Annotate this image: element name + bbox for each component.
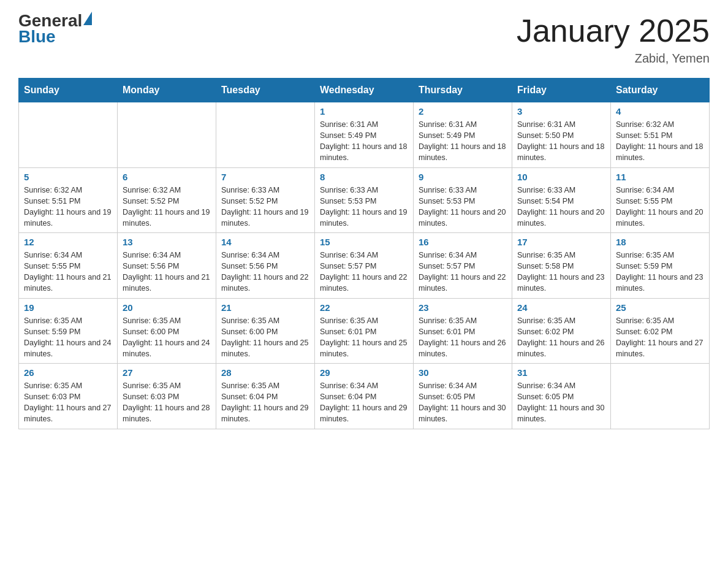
calendar-cell: 7Sunrise: 6:33 AMSunset: 5:52 PMDaylight…	[216, 167, 315, 233]
day-number: 29	[320, 367, 408, 378]
day-info: Sunrise: 6:35 AMSunset: 6:00 PMDaylight:…	[221, 315, 309, 360]
calendar-cell: 10Sunrise: 6:33 AMSunset: 5:54 PMDayligh…	[512, 167, 611, 233]
day-info: Sunrise: 6:34 AMSunset: 5:55 PMDaylight:…	[616, 185, 704, 229]
day-info: Sunrise: 6:35 AMSunset: 5:59 PMDaylight:…	[24, 315, 112, 360]
day-number: 30	[419, 367, 507, 378]
column-header-sunday: Sunday	[19, 79, 118, 102]
day-number: 5	[24, 172, 112, 182]
day-number: 21	[221, 302, 309, 313]
day-info: Sunrise: 6:34 AMSunset: 5:55 PMDaylight:…	[24, 250, 112, 294]
day-number: 11	[616, 172, 704, 182]
day-number: 8	[320, 172, 408, 182]
calendar-cell: 20Sunrise: 6:35 AMSunset: 6:00 PMDayligh…	[118, 298, 216, 364]
calendar-cell: 11Sunrise: 6:34 AMSunset: 5:55 PMDayligh…	[611, 167, 710, 233]
day-number: 10	[517, 172, 605, 182]
logo-triangle-icon	[83, 12, 92, 25]
week-row-5: 26Sunrise: 6:35 AMSunset: 6:03 PMDayligh…	[19, 364, 710, 429]
day-info: Sunrise: 6:35 AMSunset: 5:59 PMDaylight:…	[616, 250, 704, 294]
day-info: Sunrise: 6:34 AMSunset: 6:05 PMDaylight:…	[517, 380, 605, 425]
day-number: 26	[24, 367, 112, 378]
calendar-cell	[611, 364, 710, 429]
calendar-cell: 26Sunrise: 6:35 AMSunset: 6:03 PMDayligh…	[19, 364, 118, 429]
day-number: 19	[24, 302, 112, 313]
day-number: 3	[517, 106, 605, 117]
day-number: 17	[517, 237, 605, 247]
day-number: 22	[320, 302, 408, 313]
column-header-saturday: Saturday	[611, 79, 710, 102]
day-info: Sunrise: 6:33 AMSunset: 5:53 PMDaylight:…	[419, 185, 507, 229]
day-number: 9	[419, 172, 507, 182]
calendar-cell: 30Sunrise: 6:34 AMSunset: 6:05 PMDayligh…	[414, 364, 512, 429]
day-info: Sunrise: 6:35 AMSunset: 6:02 PMDaylight:…	[517, 315, 605, 360]
day-info: Sunrise: 6:35 AMSunset: 6:03 PMDaylight:…	[123, 380, 211, 425]
calendar-body: 1Sunrise: 6:31 AMSunset: 5:49 PMDaylight…	[19, 102, 710, 429]
calendar-cell: 24Sunrise: 6:35 AMSunset: 6:02 PMDayligh…	[512, 298, 611, 364]
day-info: Sunrise: 6:35 AMSunset: 6:03 PMDaylight:…	[24, 380, 112, 425]
calendar-cell: 8Sunrise: 6:33 AMSunset: 5:53 PMDaylight…	[315, 167, 414, 233]
day-info: Sunrise: 6:34 AMSunset: 5:56 PMDaylight:…	[221, 250, 309, 294]
day-number: 27	[123, 367, 211, 378]
day-info: Sunrise: 6:31 AMSunset: 5:50 PMDaylight:…	[517, 119, 605, 164]
logo-blue-text: Blue	[18, 28, 92, 45]
calendar-table: SundayMondayTuesdayWednesdayThursdayFrid…	[18, 78, 710, 429]
calendar-cell: 22Sunrise: 6:35 AMSunset: 6:01 PMDayligh…	[315, 298, 414, 364]
calendar-cell: 3Sunrise: 6:31 AMSunset: 5:50 PMDaylight…	[512, 102, 611, 168]
day-info: Sunrise: 6:32 AMSunset: 5:51 PMDaylight:…	[24, 185, 112, 229]
day-number: 6	[123, 172, 211, 182]
day-info: Sunrise: 6:35 AMSunset: 6:01 PMDaylight:…	[320, 315, 408, 360]
logo: General Blue	[18, 12, 92, 45]
day-number: 24	[517, 302, 605, 313]
calendar-cell	[216, 102, 315, 168]
calendar-cell: 4Sunrise: 6:32 AMSunset: 5:51 PMDaylight…	[611, 102, 710, 168]
day-number: 23	[419, 302, 507, 313]
calendar-cell: 19Sunrise: 6:35 AMSunset: 5:59 PMDayligh…	[19, 298, 118, 364]
title-section: January 2025 Zabid, Yemen	[517, 12, 710, 66]
column-header-friday: Friday	[512, 79, 611, 102]
calendar-cell	[19, 102, 118, 168]
calendar-cell: 29Sunrise: 6:34 AMSunset: 6:04 PMDayligh…	[315, 364, 414, 429]
day-number: 31	[517, 367, 605, 378]
day-headers-row: SundayMondayTuesdayWednesdayThursdayFrid…	[19, 79, 710, 102]
calendar-cell: 31Sunrise: 6:34 AMSunset: 6:05 PMDayligh…	[512, 364, 611, 429]
day-info: Sunrise: 6:34 AMSunset: 5:57 PMDaylight:…	[419, 250, 507, 294]
day-number: 13	[123, 237, 211, 247]
day-info: Sunrise: 6:35 AMSunset: 6:00 PMDaylight:…	[123, 315, 211, 360]
day-number: 18	[616, 237, 704, 247]
calendar-cell: 15Sunrise: 6:34 AMSunset: 5:57 PMDayligh…	[315, 233, 414, 299]
calendar-cell: 14Sunrise: 6:34 AMSunset: 5:56 PMDayligh…	[216, 233, 315, 299]
calendar-cell: 9Sunrise: 6:33 AMSunset: 5:53 PMDaylight…	[414, 167, 512, 233]
day-info: Sunrise: 6:34 AMSunset: 6:05 PMDaylight:…	[419, 380, 507, 425]
day-info: Sunrise: 6:31 AMSunset: 5:49 PMDaylight:…	[419, 119, 507, 164]
calendar-header: SundayMondayTuesdayWednesdayThursdayFrid…	[19, 79, 710, 102]
week-row-2: 5Sunrise: 6:32 AMSunset: 5:51 PMDaylight…	[19, 167, 710, 233]
day-info: Sunrise: 6:35 AMSunset: 5:58 PMDaylight:…	[517, 250, 605, 294]
calendar-cell: 28Sunrise: 6:35 AMSunset: 6:04 PMDayligh…	[216, 364, 315, 429]
day-info: Sunrise: 6:35 AMSunset: 6:01 PMDaylight:…	[419, 315, 507, 360]
calendar-cell: 17Sunrise: 6:35 AMSunset: 5:58 PMDayligh…	[512, 233, 611, 299]
page-title: January 2025	[517, 12, 710, 49]
day-info: Sunrise: 6:35 AMSunset: 6:04 PMDaylight:…	[221, 380, 309, 425]
day-number: 25	[616, 302, 704, 313]
calendar-cell: 2Sunrise: 6:31 AMSunset: 5:49 PMDaylight…	[414, 102, 512, 168]
day-number: 20	[123, 302, 211, 313]
calendar-cell: 6Sunrise: 6:32 AMSunset: 5:52 PMDaylight…	[118, 167, 216, 233]
calendar-cell: 23Sunrise: 6:35 AMSunset: 6:01 PMDayligh…	[414, 298, 512, 364]
day-number: 2	[419, 106, 507, 117]
calendar-cell: 25Sunrise: 6:35 AMSunset: 6:02 PMDayligh…	[611, 298, 710, 364]
calendar-cell: 27Sunrise: 6:35 AMSunset: 6:03 PMDayligh…	[118, 364, 216, 429]
page-header: General Blue January 2025 Zabid, Yemen	[18, 12, 710, 66]
day-info: Sunrise: 6:34 AMSunset: 6:04 PMDaylight:…	[320, 380, 408, 425]
day-info: Sunrise: 6:34 AMSunset: 5:56 PMDaylight:…	[123, 250, 211, 294]
calendar-cell	[118, 102, 216, 168]
day-info: Sunrise: 6:35 AMSunset: 6:02 PMDaylight:…	[616, 315, 704, 360]
day-number: 16	[419, 237, 507, 247]
day-number: 28	[221, 367, 309, 378]
day-info: Sunrise: 6:32 AMSunset: 5:52 PMDaylight:…	[123, 185, 211, 229]
column-header-monday: Monday	[118, 79, 216, 102]
calendar-cell: 18Sunrise: 6:35 AMSunset: 5:59 PMDayligh…	[611, 233, 710, 299]
calendar-cell: 1Sunrise: 6:31 AMSunset: 5:49 PMDaylight…	[315, 102, 414, 168]
day-number: 7	[221, 172, 309, 182]
day-info: Sunrise: 6:32 AMSunset: 5:51 PMDaylight:…	[616, 119, 704, 164]
calendar-cell: 21Sunrise: 6:35 AMSunset: 6:00 PMDayligh…	[216, 298, 315, 364]
calendar-cell: 5Sunrise: 6:32 AMSunset: 5:51 PMDaylight…	[19, 167, 118, 233]
